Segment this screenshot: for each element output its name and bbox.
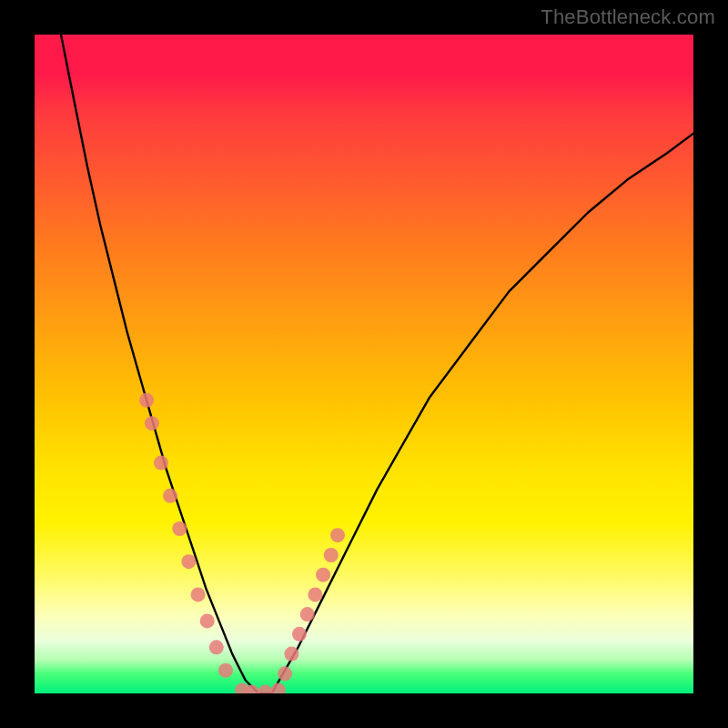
dot-marker	[218, 663, 233, 678]
dot-marker	[292, 627, 307, 642]
dot-marker	[154, 456, 168, 470]
dot-marker	[258, 685, 272, 693]
dot-marker	[163, 489, 177, 503]
dot-marker	[284, 647, 298, 662]
dot-marker	[330, 528, 345, 542]
dot-marker	[271, 682, 286, 693]
dot-marker	[278, 666, 292, 681]
dot-marker	[324, 548, 339, 562]
dot-marker	[172, 521, 187, 536]
dot-marker	[200, 613, 215, 628]
watermark-text: TheBottleneck.com	[541, 5, 715, 29]
dot-marker	[300, 607, 315, 622]
bottleneck-curve	[61, 35, 693, 693]
chart-frame: TheBottleneck.com	[0, 0, 728, 728]
dot-marker	[209, 640, 224, 654]
dot-marker	[145, 416, 159, 430]
dot-markers	[139, 393, 345, 693]
dot-marker	[316, 568, 330, 582]
dot-marker	[191, 587, 206, 602]
dot-marker	[308, 587, 322, 602]
dot-marker	[139, 393, 154, 408]
curve-path	[61, 35, 693, 693]
plot-area	[35, 35, 693, 693]
chart-svg	[35, 35, 693, 693]
dot-marker	[181, 554, 196, 569]
